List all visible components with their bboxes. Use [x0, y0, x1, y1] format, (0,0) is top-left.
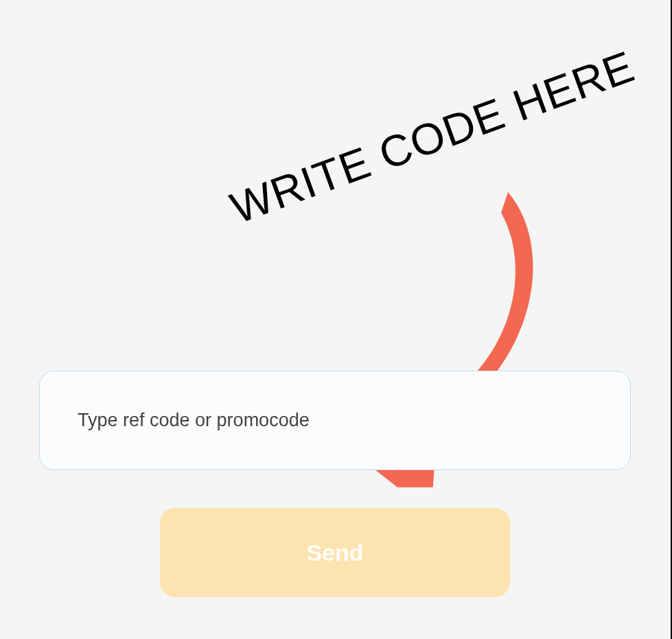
- send-button[interactable]: Send: [160, 508, 510, 597]
- promo-code-input[interactable]: [39, 371, 631, 470]
- promo-form: Send: [39, 371, 631, 597]
